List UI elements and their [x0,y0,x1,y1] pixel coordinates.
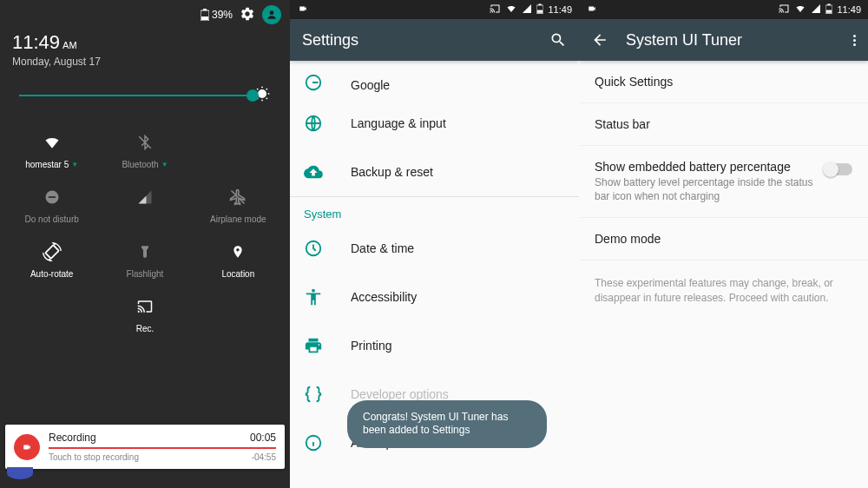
battery-status-icon [536,3,543,16]
svg-point-3 [270,10,274,15]
cast-tile[interactable]: Rec. [98,294,191,333]
battery-percent-text: 39% [212,9,233,21]
tuner-disclaimer: These experimental features may change, … [579,260,868,321]
braces-icon [304,385,351,404]
wifi-tile[interactable]: homestar 5▼ [5,130,98,169]
toast-message: Congrats! System UI Tuner has been added… [347,400,547,448]
wifi-status-icon [794,3,806,16]
recorder-status-icon [586,4,598,15]
settings-title: Settings [302,31,549,49]
quick-settings-panel: 39% 11:49AM Monday, August 17 homestar 5… [0,0,290,488]
status-time: 11:49 [548,4,572,15]
cast-status-icon [778,3,790,16]
chevron-down-icon: ▼ [71,161,78,168]
record-icon [14,434,40,460]
recording-notification[interactable]: Recording00:05 Touch to stop recording-0… [5,425,285,469]
wifi-icon [5,130,98,155]
recording-title: Recording [49,432,96,444]
battery-status-icon [825,3,832,16]
clock-icon [304,239,351,258]
flashlight-tile[interactable]: Flashlight [98,240,191,279]
user-avatar-icon[interactable] [262,5,281,24]
svg-rect-8 [539,3,542,5]
tuner-item-statusbar[interactable]: Status bar [579,103,868,145]
svg-rect-2 [201,16,208,20]
toggle-switch[interactable] [825,163,852,175]
recording-elapsed: 00:05 [250,432,276,444]
signal-status-icon [811,3,821,16]
cast-status-icon [489,3,501,16]
settings-item-printing[interactable]: Printing [290,321,579,370]
cast-icon [98,294,191,319]
printer-icon [304,336,351,355]
more-menu-icon[interactable] [853,35,856,46]
svg-point-13 [312,289,315,293]
airplane-off-icon [192,185,285,209]
clock-time: 11:49 [12,31,60,53]
bluetooth-tile[interactable]: Bluetooth▼ [98,130,191,169]
settings-header-system: System [290,197,579,224]
brightness-slider[interactable] [19,85,271,106]
airplane-tile[interactable]: Airplane mode [192,185,285,224]
settings-item-accessibility[interactable]: Accessibility [290,273,579,321]
tuner-item-demo[interactable]: Demo mode [579,218,868,260]
info-icon [304,433,351,452]
wifi-status-icon [505,3,517,16]
flashlight-icon [98,240,191,264]
battery-toggle-subtitle: Show battery level percentage inside the… [595,176,816,203]
settings-item-datetime[interactable]: Date & time [290,224,579,273]
settings-gear-icon[interactable] [240,6,255,24]
recording-progress [49,447,276,449]
google-icon [304,73,351,92]
tuner-item-battery-percent[interactable]: Show embedded battery percentage Show ba… [579,146,868,217]
tuner-title: System UI Tuner [626,31,853,49]
tuner-item-quick[interactable]: Quick Settings [579,61,868,102]
autorotate-icon [5,240,98,264]
autorotate-tile[interactable]: Auto-rotate [5,240,98,279]
notification-peek [7,467,33,479]
svg-rect-16 [828,3,831,5]
clock-ampm: AM [62,40,77,50]
globe-icon [304,114,351,133]
search-icon[interactable] [549,31,567,49]
back-arrow-icon[interactable] [591,31,608,49]
tuner-panel: 11:49 System UI Tuner Quick Settings Sta… [579,0,868,488]
settings-item-backup[interactable]: Backup & reset [290,148,579,196]
settings-item-language[interactable]: Language & input [290,99,579,148]
svg-rect-1 [203,9,207,10]
battery-indicator: 39% [201,9,233,21]
battery-toggle-title: Show embedded battery percentage [595,160,816,174]
recorder-status-icon [297,4,309,15]
recording-remaining: -04:55 [252,452,276,462]
location-tile[interactable]: Location [192,240,285,279]
clock-date: Monday, August 17 [12,56,278,68]
bluetooth-off-icon [98,130,191,155]
location-icon [192,240,285,264]
signal-status-icon [522,3,532,16]
signal-tile[interactable] [98,185,191,224]
dnd-icon [5,185,98,209]
chevron-down-icon: ▼ [161,161,168,168]
signal-icon [98,185,191,209]
svg-rect-17 [826,10,832,13]
svg-rect-9 [537,10,542,13]
recording-hint: Touch to stop recording [49,452,139,462]
settings-panel: 11:49 Settings Google Language & input B… [290,0,579,488]
dnd-tile[interactable]: Do not disturb [5,185,98,224]
status-time: 11:49 [837,4,861,15]
settings-item-google[interactable]: Google [290,64,579,99]
accessibility-icon [304,287,351,307]
svg-rect-5 [48,196,55,198]
svg-rect-6 [45,245,59,259]
cloud-upload-icon [304,162,351,181]
